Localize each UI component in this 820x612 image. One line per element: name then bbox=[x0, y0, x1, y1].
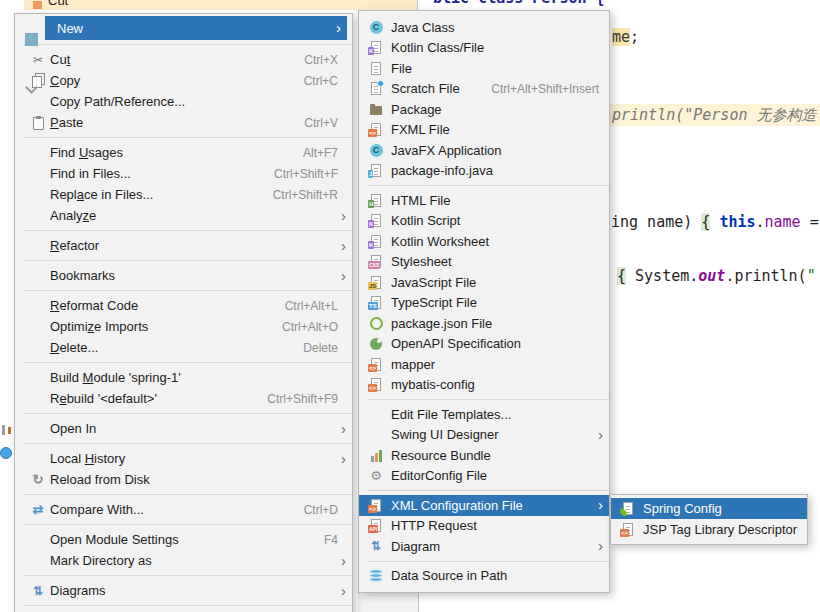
menu-item-new[interactable]: New› bbox=[45, 16, 347, 40]
menu-item-analyze[interactable]: Analyze› bbox=[15, 205, 352, 226]
menu-item-package-info-java[interactable]: Jpackage-info.java bbox=[359, 161, 609, 182]
menu-item-shortcut: Ctrl+Alt+L bbox=[285, 299, 338, 313]
menu-item-paste[interactable]: PasteCtrl+V bbox=[15, 112, 352, 133]
menu-item-local-history[interactable]: Local History› bbox=[15, 448, 352, 469]
menu-item-typescript-file[interactable]: TSTypeScript File bbox=[359, 293, 609, 314]
menu-item-bookmarks[interactable]: Bookmarks› bbox=[15, 265, 352, 286]
menu-item-javafx-application[interactable]: CJavaFX Application bbox=[359, 140, 609, 161]
menu-item-mark-directory-as[interactable]: Mark Directory as› bbox=[15, 550, 352, 571]
menu-item-fxml-file[interactable]: <>FXML File bbox=[359, 120, 609, 141]
menu-separator bbox=[23, 413, 352, 414]
menu-item-kotlin-class-file[interactable]: KKotlin Class/File bbox=[359, 38, 609, 59]
menu-item-diagrams[interactable]: ⇅Diagrams› bbox=[15, 580, 352, 601]
code-token: { bbox=[701, 213, 710, 231]
menu-item-label: Package bbox=[391, 102, 442, 117]
menu-item-swing-ui-designer[interactable]: Swing UI Designer› bbox=[359, 425, 609, 446]
background-menu-item-label: Cut bbox=[48, 0, 68, 8]
submenu-arrow-icon: › bbox=[336, 20, 341, 35]
menu-item-spring-config[interactable]: Spring Config bbox=[611, 498, 807, 519]
menu-item-copy-path-reference[interactable]: Copy Path/Reference... bbox=[15, 91, 352, 112]
menu-item-file[interactable]: File bbox=[359, 58, 609, 79]
db-icon bbox=[367, 568, 385, 584]
code-token: ; bbox=[630, 28, 639, 46]
kotlin-icon: K bbox=[367, 233, 385, 249]
menu-item-label: JavaFX Application bbox=[391, 143, 502, 158]
menu-item-label: JSP Tag Library Descriptor bbox=[643, 522, 797, 537]
menu-separator bbox=[23, 44, 352, 45]
menu-item-diagram[interactable]: ⇅Diagram› bbox=[359, 536, 609, 557]
menu-item-http-request[interactable]: APIHTTP Request bbox=[359, 516, 609, 537]
menu-item-edit-file-templates[interactable]: Edit File Templates... bbox=[359, 404, 609, 425]
menu-item-rebuild-default[interactable]: Rebuild '<default>'Ctrl+Shift+F9 bbox=[15, 388, 352, 409]
menu-item-html-file[interactable]: HHTML File bbox=[359, 190, 609, 211]
menu-item-open-module-settings[interactable]: Open Module SettingsF4 bbox=[15, 529, 352, 550]
code-token: 无参构造 bbox=[757, 106, 817, 124]
empty-icon bbox=[367, 427, 385, 443]
menu-item-package[interactable]: Package bbox=[359, 99, 609, 120]
menu-item-stylesheet[interactable]: CSSStylesheet bbox=[359, 252, 609, 273]
menu-item-scratch-file[interactable]: Scratch FileCtrl+Alt+Shift+Insert bbox=[359, 79, 609, 100]
submenu-arrow-icon: › bbox=[341, 420, 346, 435]
code-token: println("Person bbox=[612, 106, 757, 124]
gear-icon: ⚙ bbox=[367, 468, 385, 484]
menu-item-open-in[interactable]: Open In› bbox=[15, 418, 352, 439]
menu-separator bbox=[23, 575, 352, 576]
empty-icon bbox=[29, 208, 47, 224]
menu-item-mybatis-config[interactable]: <>mybatis-config bbox=[359, 375, 609, 396]
empty-icon bbox=[29, 391, 47, 407]
menu-item-jsp-tag-library-descriptor[interactable]: <>JSP Tag Library Descriptor bbox=[611, 519, 807, 540]
menu-item-reload-from-disk[interactable]: ↻Reload from Disk bbox=[15, 469, 352, 490]
menu-separator bbox=[367, 185, 609, 186]
code-token: . bbox=[756, 213, 765, 231]
menu-item-label: Stylesheet bbox=[391, 254, 452, 269]
menu-item-xml-configuration-file[interactable]: <>XML Configuration File› bbox=[359, 495, 609, 516]
menu-item-copy[interactable]: CopyCtrl+C bbox=[15, 70, 352, 91]
menu-item-java-class[interactable]: CJava Class bbox=[359, 17, 609, 38]
background-menu-item-cut[interactable]: Cut bbox=[24, 0, 418, 10]
menu-item-label: Refactor bbox=[50, 238, 99, 253]
menu-item-data-source-in-path[interactable]: Data Source in Path bbox=[359, 566, 609, 587]
menu-item-find-usages[interactable]: Find UsagesAlt+F7 bbox=[15, 142, 352, 163]
menu-item-replace-in-files[interactable]: Replace in Files...Ctrl+Shift+R bbox=[15, 184, 352, 205]
empty-icon bbox=[29, 319, 47, 335]
xml-icon: <> bbox=[367, 356, 385, 372]
menu-separator bbox=[23, 443, 352, 444]
submenu-arrow-icon: › bbox=[341, 207, 346, 222]
menu-item-delete[interactable]: Delete...Delete bbox=[15, 337, 352, 358]
menu-item-label: Edit File Templates... bbox=[391, 407, 511, 422]
menu-separator bbox=[367, 490, 609, 491]
menu-item-kotlin-script[interactable]: KKotlin Script bbox=[359, 211, 609, 232]
empty-icon bbox=[29, 94, 47, 110]
openapi-icon bbox=[367, 336, 385, 352]
java-class-icon: C bbox=[367, 142, 385, 158]
submenu-arrow-icon: › bbox=[598, 497, 603, 512]
menu-item-mapper[interactable]: <>mapper bbox=[359, 354, 609, 375]
code-token: { bbox=[617, 267, 626, 285]
menu-item-refactor[interactable]: Refactor› bbox=[15, 235, 352, 256]
menu-item-cut[interactable]: ✂CutCtrl+X bbox=[15, 49, 352, 70]
code-line: { System.out.println(" bbox=[617, 266, 816, 286]
menu-item-resource-bundle[interactable]: Resource Bundle bbox=[359, 445, 609, 466]
menu-item-label: Open Module Settings bbox=[50, 532, 179, 547]
menu-item-kotlin-worksheet[interactable]: KKotlin Worksheet bbox=[359, 231, 609, 252]
tree-item-icon bbox=[2, 425, 5, 435]
menu-item-label: Kotlin Script bbox=[391, 213, 460, 228]
menu-item-editorconfig-file[interactable]: ⚙EditorConfig File bbox=[359, 466, 609, 487]
menu-item-reformat-code[interactable]: Reformat CodeCtrl+Alt+L bbox=[15, 295, 352, 316]
empty-icon bbox=[29, 166, 47, 182]
menu-item-compare-with[interactable]: ⇄Compare With...Ctrl+D bbox=[15, 499, 352, 520]
html-icon: H bbox=[367, 192, 385, 208]
paste-icon bbox=[29, 115, 47, 131]
node-icon bbox=[367, 315, 385, 331]
menu-item-openapi-specification[interactable]: OpenAPI Specification bbox=[359, 334, 609, 355]
menu-item-label: Diagram bbox=[391, 539, 440, 554]
context-menu: New›✂CutCtrl+XCopyCtrl+CCopy Path/Refere… bbox=[14, 13, 353, 612]
menu-item-find-in-files[interactable]: Find in Files...Ctrl+Shift+F bbox=[15, 163, 352, 184]
menu-item-optimize-imports[interactable]: Optimize ImportsCtrl+Alt+O bbox=[15, 316, 352, 337]
empty-icon bbox=[367, 406, 385, 422]
menu-item-javascript-file[interactable]: JSJavaScript File bbox=[359, 272, 609, 293]
menu-item-build-module-spring-1[interactable]: Build Module 'spring-1' bbox=[15, 367, 352, 388]
menu-item-package-json-file[interactable]: package.json File bbox=[359, 313, 609, 334]
compare-icon: ⇄ bbox=[29, 502, 47, 518]
menu-item-label: Mark Directory as bbox=[50, 553, 152, 568]
